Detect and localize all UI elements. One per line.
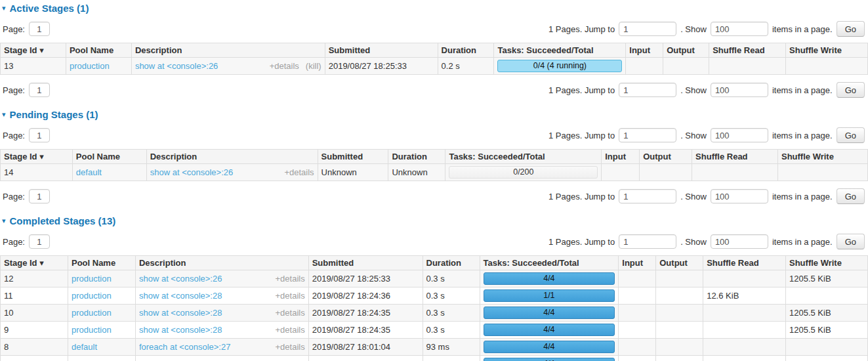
details-toggle[interactable]: +details — [276, 291, 305, 301]
cell-duration: 0.5 s — [423, 356, 480, 361]
details-toggle[interactable]: +details — [276, 308, 305, 318]
pool-name-link[interactable]: default — [76, 167, 102, 177]
show-count-input[interactable] — [711, 22, 768, 36]
cell-shuffle-read: 12.6 KiB — [703, 287, 786, 305]
column-header-input[interactable]: Input — [602, 150, 640, 164]
column-header-pool[interactable]: Pool Name — [72, 150, 146, 164]
stage-row: 8defaultforeach at <console>:27+details2… — [1, 339, 868, 356]
description-link[interactable]: show at <console>:28 — [139, 291, 222, 301]
cell-submitted: 2019/08/27 17:59:31 — [308, 356, 423, 361]
column-header-duration[interactable]: Duration — [388, 150, 445, 164]
tasks-progress-bar: 4/4 — [484, 324, 615, 336]
completed-stages-header[interactable]: ▾ Completed Stages (13) — [2, 215, 868, 226]
go-button[interactable]: Go — [837, 127, 865, 143]
table-header-row: Stage Id ▾Pool NameDescriptionSubmittedD… — [1, 43, 868, 58]
column-header-submitted[interactable]: Submitted — [308, 256, 423, 270]
active-stages-header[interactable]: ▾ Active Stages (1) — [2, 3, 868, 14]
details-toggle[interactable]: +details — [276, 325, 305, 335]
cell-duration: 0.3 s — [423, 287, 480, 305]
column-header-duration[interactable]: Duration — [423, 256, 480, 270]
column-header-stage-id[interactable]: Stage Id ▾ — [1, 256, 68, 270]
pages-count-text: 1 Pages. Jump to — [548, 192, 615, 202]
items-text: items in a page. — [772, 192, 833, 202]
column-header-tasks[interactable]: Tasks: Succeeded/Total — [445, 150, 602, 164]
description-link[interactable]: show at <console>:28 — [139, 308, 222, 318]
show-count-input[interactable] — [711, 189, 768, 203]
cell-input — [619, 287, 656, 305]
description-link[interactable]: foreach at <console>:27 — [139, 342, 231, 352]
stage-row: 11productionshow at <console>:28+details… — [1, 287, 868, 305]
cell-input — [602, 164, 640, 181]
column-header-output[interactable]: Output — [656, 256, 703, 270]
go-button[interactable]: Go — [837, 82, 865, 98]
pool-name-link[interactable]: production — [70, 61, 110, 71]
show-count-input[interactable] — [711, 234, 768, 249]
column-header-shuffle-write[interactable]: Shuffle Write — [777, 150, 867, 164]
jump-to-input[interactable] — [619, 83, 676, 97]
column-header-input[interactable]: Input — [626, 43, 663, 58]
cell-output — [663, 58, 709, 75]
show-count-input[interactable] — [711, 128, 768, 142]
cell-submitted: 2019/08/27 18:25:33 — [308, 270, 423, 287]
pool-name-link[interactable]: production — [72, 274, 112, 284]
tasks-progress-bar: 0/4 (4 running) — [497, 60, 622, 72]
jump-to-input[interactable] — [619, 128, 676, 142]
cell-stage-id: 14 — [1, 164, 73, 181]
go-button[interactable]: Go — [837, 188, 865, 204]
pool-name-link[interactable]: default — [72, 342, 97, 352]
page-number-input[interactable] — [29, 189, 50, 203]
show-count-input[interactable] — [711, 83, 768, 97]
column-header-shuffle-read[interactable]: Shuffle Read — [709, 43, 786, 58]
column-header-pool[interactable]: Pool Name — [66, 43, 131, 58]
column-header-shuffle-write[interactable]: Shuffle Write — [786, 256, 868, 270]
page-label: Page: — [3, 24, 25, 34]
description-link[interactable]: show at <console>:26 — [135, 61, 218, 71]
column-header-tasks[interactable]: Tasks: Succeeded/Total — [494, 43, 626, 58]
kill-link[interactable]: (kill) — [306, 61, 321, 71]
column-header-shuffle-write[interactable]: Shuffle Write — [786, 43, 868, 58]
column-header-desc[interactable]: Description — [146, 150, 318, 164]
jump-to-input[interactable] — [619, 22, 676, 36]
column-header-input[interactable]: Input — [619, 256, 656, 270]
column-header-submitted[interactable]: Submitted — [318, 150, 388, 164]
pool-name-link[interactable]: production — [72, 291, 112, 301]
pages-count-text: 1 Pages. Jump to — [548, 237, 615, 247]
jump-to-input[interactable] — [619, 234, 676, 249]
column-header-desc[interactable]: Description — [135, 256, 308, 270]
cell-desc: show at <console>:28+details — [135, 287, 308, 305]
page-label: Page: — [3, 237, 25, 247]
column-header-tasks[interactable]: Tasks: Succeeded/Total — [480, 256, 619, 270]
page-number-input[interactable] — [29, 128, 50, 142]
column-header-shuffle-read[interactable]: Shuffle Read — [692, 150, 778, 164]
page-number-input[interactable] — [29, 83, 50, 97]
details-toggle[interactable]: +details — [276, 342, 305, 352]
jump-to-input[interactable] — [619, 189, 676, 203]
go-button[interactable]: Go — [837, 21, 865, 37]
details-toggle[interactable]: +details — [276, 274, 305, 284]
column-header-desc[interactable]: Description — [131, 43, 325, 58]
page-number-input[interactable] — [29, 234, 50, 249]
pending-stages-header[interactable]: ▾ Pending Stages (1) — [2, 109, 868, 120]
go-button[interactable]: Go — [837, 234, 865, 249]
description-link[interactable]: show at <console>:26 — [139, 274, 222, 284]
pages-count-text: 1 Pages. Jump to — [548, 131, 615, 140]
cell-input — [619, 339, 656, 356]
column-header-duration[interactable]: Duration — [438, 43, 494, 58]
tasks-progress-bar: 4/4 — [484, 272, 615, 285]
description-link[interactable]: show at <console>:28 — [139, 325, 222, 335]
cell-output — [656, 305, 703, 322]
details-toggle[interactable]: +details — [284, 167, 314, 177]
cell-shuffle-read — [692, 164, 778, 181]
column-header-pool[interactable]: Pool Name — [68, 256, 135, 270]
pool-name-link[interactable]: production — [72, 325, 112, 335]
pool-name-link[interactable]: production — [72, 308, 112, 318]
details-toggle[interactable]: +details — [270, 61, 299, 71]
column-header-shuffle-read[interactable]: Shuffle Read — [703, 256, 786, 270]
column-header-stage-id[interactable]: Stage Id ▾ — [1, 150, 73, 164]
page-number-input[interactable] — [29, 22, 50, 36]
description-link[interactable]: show at <console>:26 — [150, 167, 233, 177]
column-header-stage-id[interactable]: Stage Id ▾ — [1, 43, 66, 58]
column-header-submitted[interactable]: Submitted — [325, 43, 438, 58]
column-header-output[interactable]: Output — [640, 150, 692, 164]
column-header-output[interactable]: Output — [663, 43, 709, 58]
